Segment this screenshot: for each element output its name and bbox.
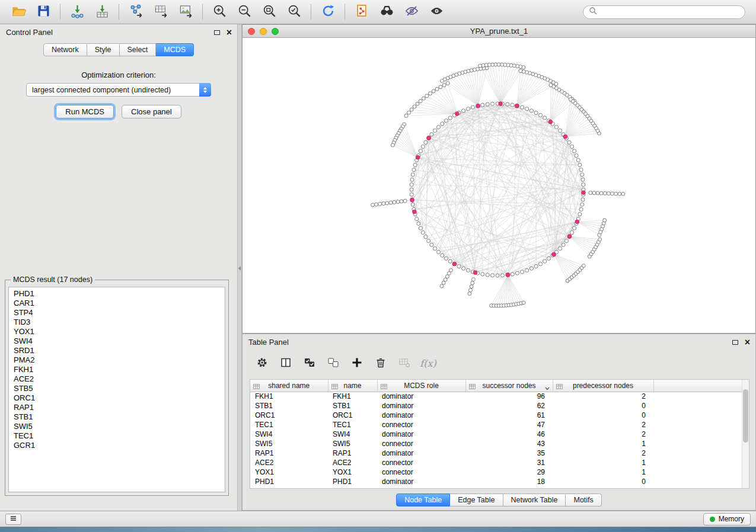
table-row[interactable]: ACE2ACE2connector311 [250,458,749,467]
import-network-button[interactable] [65,2,90,22]
maximize-window-icon[interactable] [272,28,279,35]
zoom-out-button[interactable] [232,2,257,22]
tab-node-table[interactable]: Node Table [396,493,450,507]
network-nodes[interactable] [371,63,625,307]
show-columns-button[interactable] [276,353,296,373]
mcds-result-item[interactable]: TEC1 [14,431,225,441]
mcds-result-item[interactable]: TID3 [14,318,225,327]
function-builder-button[interactable]: f(x) [418,353,438,373]
export-network-icon [129,4,143,20]
column-type-icon [381,383,387,391]
memory-button[interactable]: Memory [703,513,751,525]
zoom-fit-button[interactable] [257,2,282,22]
mcds-result-item[interactable]: PMA2 [14,355,225,365]
clone-network-button[interactable] [349,2,374,22]
add-column-button[interactable] [347,353,367,373]
open-file-button[interactable] [6,2,31,22]
table-row[interactable]: RAP1RAP1dominator352 [250,448,749,458]
table-options-button[interactable] [252,353,272,373]
zoom-selected-button[interactable] [282,2,307,22]
table-row[interactable]: TEC1TEC1connector472 [250,420,749,430]
table-row[interactable]: STB1STB1dominator620 [250,401,749,411]
mcds-result-item[interactable]: STB1 [14,412,225,422]
refresh-view-icon [321,4,336,20]
tab-select[interactable]: Select [120,43,157,56]
delete-column-icon [374,356,387,371]
table-scrollbar-thumb[interactable] [743,389,748,443]
table-row[interactable]: FKH1FKH1dominator962 [250,392,749,401]
toolbar-separator [344,4,345,20]
tab-motifs[interactable]: Motifs [566,493,601,507]
mcds-buttons-row: Run MCDS Close panel [0,105,237,118]
export-image-button[interactable] [173,2,198,22]
zoom-in-button[interactable] [207,2,232,22]
tab-style[interactable]: Style [87,43,120,56]
criterion-dropdown[interactable]: largest connected component (undirected) [26,83,211,97]
mcds-result-item[interactable]: STB5 [14,384,225,393]
close-panel-icon[interactable]: × [227,28,232,37]
column-type-icon [556,383,563,391]
export-table-button[interactable] [148,2,173,22]
column-header-name[interactable]: name [328,380,377,392]
refresh-view-button[interactable] [315,2,340,22]
mcds-result-item[interactable]: RAP1 [14,403,225,412]
float-panel-icon[interactable] [214,30,220,35]
mcds-result-item[interactable]: SWI5 [14,422,225,431]
control-panel-title: Control Panel [6,28,53,37]
save-icon [36,4,51,20]
column-header-mcds-role[interactable]: MCDS role [377,380,465,392]
column-header-predecessor-nodes[interactable]: predecessor nodes [553,380,653,392]
show-graphics-icon [429,4,444,20]
mcds-result-item[interactable]: STP4 [14,308,225,318]
close-panel-button[interactable]: Close panel [122,105,181,118]
minimize-window-icon[interactable] [260,28,267,35]
mcds-result-item[interactable]: ORC1 [14,393,225,403]
search-input[interactable] [601,7,739,17]
sort-chevron-icon[interactable] [545,384,550,392]
table-row[interactable]: YOX1YOX1connector291 [250,467,749,477]
tab-network[interactable]: Network [43,43,87,56]
save-button[interactable] [31,2,56,22]
mcds-result-item[interactable]: PHD1 [14,289,225,299]
close-table-panel-icon[interactable]: × [745,338,750,347]
float-table-panel-icon[interactable] [732,340,738,345]
import-table-button[interactable] [90,2,114,22]
search-network-button[interactable] [374,2,399,22]
hide-graphics-button[interactable] [399,2,424,22]
delete-column-button[interactable] [371,353,391,373]
mcds-result-list[interactable]: PHD1CAR1STP4TID3YOX1SWI4SRD1PMA2FKH1ACE2… [8,287,225,492]
table-row[interactable]: PHD1PHD1dominator180 [250,477,749,486]
table-scrollbar[interactable] [742,380,749,488]
tab-mcds[interactable]: MCDS [156,43,194,56]
tab-edge-table[interactable]: Edge Table [450,493,503,507]
table-row[interactable]: SWI4SWI4dominator462 [250,430,749,439]
tab-network-table[interactable]: Network Table [503,493,566,507]
mcds-result-item[interactable]: YOX1 [14,327,225,336]
mcds-result-item[interactable]: CAR1 [14,299,225,308]
mcds-result-item[interactable]: GCR1 [14,441,225,450]
search-icon [589,7,597,17]
import-table-disabled-button[interactable] [394,353,414,373]
mcds-result-item[interactable]: ACE2 [14,374,225,384]
network-window-title: YPA_prune.txt_1 [470,27,528,36]
mcds-result-item[interactable]: SWI4 [14,336,225,346]
run-mcds-button[interactable]: Run MCDS [56,105,114,118]
network-canvas[interactable] [243,38,755,333]
select-all-button[interactable] [299,353,320,373]
export-network-button[interactable] [123,2,148,22]
mcds-result-item[interactable]: SRD1 [14,346,225,355]
table-row[interactable]: SWI5SWI5connector431 [250,439,749,448]
column-type-icon [469,383,476,391]
show-graphics-button[interactable] [424,2,449,22]
deselect-all-button[interactable] [323,353,343,373]
splitter-grip-icon[interactable] [238,266,241,271]
zoom-selected-icon [287,4,302,20]
network-search-box[interactable] [583,5,745,19]
mcds-result-item[interactable]: FKH1 [14,365,225,374]
table-row[interactable]: ORC1ORC1dominator610 [250,411,749,420]
column-header-successor-nodes[interactable]: successor nodes [465,380,553,392]
status-menu-button[interactable] [5,514,21,525]
column-header-shared-name[interactable]: shared name [250,380,328,392]
close-window-icon[interactable] [248,28,255,35]
panel-splitter[interactable] [237,24,242,511]
